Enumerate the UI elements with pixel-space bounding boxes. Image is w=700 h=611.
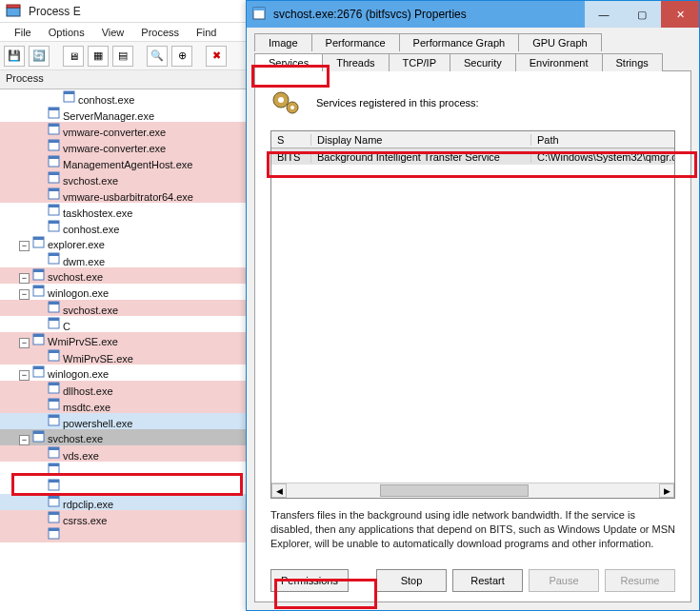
svg-rect-0 — [7, 8, 20, 16]
collapse-icon[interactable]: − — [19, 435, 30, 445]
minimize-button[interactable]: — — [585, 1, 623, 28]
process-name: msdtc.exe — [63, 401, 110, 412]
col-service[interactable]: S — [271, 134, 311, 146]
menu-view[interactable]: View — [93, 26, 133, 39]
process-icon — [31, 332, 45, 345]
collapse-icon[interactable]: − — [19, 370, 30, 381]
svg-rect-49 — [49, 463, 59, 466]
tree-spacer — [34, 303, 45, 313]
svg-rect-31 — [49, 318, 59, 321]
service-description: Transfers files in the background using … — [270, 508, 675, 562]
pause-button[interactable]: Pause — [529, 569, 599, 592]
tree-spacer — [34, 125, 45, 135]
svg-point-61 — [278, 97, 284, 103]
collapse-icon[interactable]: − — [19, 241, 30, 251]
find-icon[interactable]: 🔍 — [147, 46, 168, 67]
tree-spacer — [34, 222, 45, 232]
horizontal-scrollbar[interactable]: ◀ ▶ — [271, 483, 674, 498]
scroll-track[interactable] — [287, 483, 659, 498]
tab-strings[interactable]: Strings — [602, 53, 663, 71]
services-header-text: Services registered in this process: — [316, 97, 479, 108]
svg-rect-37 — [33, 366, 44, 369]
menu-file[interactable]: File — [6, 26, 40, 39]
scroll-thumb[interactable] — [380, 484, 529, 497]
tab-security[interactable]: Security — [450, 53, 516, 71]
svg-rect-25 — [33, 269, 44, 272]
handle-icon[interactable]: ▦ — [88, 46, 109, 67]
svg-rect-11 — [49, 156, 59, 159]
process-icon — [47, 252, 60, 266]
tab-services[interactable]: Services — [254, 53, 323, 71]
tab-threads[interactable]: Threads — [322, 53, 389, 71]
service-name-cell: BITS — [271, 151, 311, 163]
prop-body: Image Performance Performance Graph GPU … — [247, 28, 699, 610]
svg-rect-39 — [49, 383, 59, 385]
svg-rect-47 — [49, 447, 59, 450]
process-icon — [31, 284, 45, 297]
stop-button[interactable]: Stop — [376, 569, 447, 592]
process-name: vds.exe — [63, 449, 99, 461]
process-icon — [47, 187, 60, 201]
tree-spacer — [34, 448, 45, 459]
svg-rect-29 — [49, 302, 59, 305]
collapse-icon[interactable]: − — [19, 338, 30, 348]
service-buttons: Permissions Stop Restart Pause Resume — [270, 569, 675, 592]
svg-rect-15 — [49, 188, 59, 191]
maximize-button[interactable]: ▢ — [623, 1, 661, 28]
menu-process[interactable]: Process — [132, 26, 188, 39]
tab-performance-graph[interactable]: Performance Graph — [399, 33, 520, 51]
tree-spacer — [34, 108, 45, 119]
resume-button[interactable]: Resume — [605, 569, 675, 592]
service-row[interactable]: BITS Background Intelligent Transfer Ser… — [271, 148, 674, 165]
svg-rect-55 — [49, 512, 59, 515]
process-icon — [31, 235, 45, 248]
menu-find[interactable]: Find — [188, 26, 225, 39]
svg-rect-17 — [49, 205, 59, 207]
tab-image[interactable]: Image — [254, 33, 312, 51]
col-path[interactable]: Path — [531, 134, 674, 146]
collapse-icon[interactable]: − — [19, 289, 30, 300]
process-icon — [47, 479, 60, 492]
process-icon — [47, 463, 60, 476]
services-table-body[interactable]: BITS Background Intelligent Transfer Ser… — [271, 148, 674, 483]
save-icon[interactable]: 💾 — [4, 46, 25, 67]
kill-icon[interactable]: ✖ — [206, 46, 227, 67]
target-icon[interactable]: ⊕ — [171, 46, 192, 67]
process-icon — [47, 414, 60, 427]
process-name: svchost.exe — [48, 433, 103, 444]
tab-environment[interactable]: Environment — [515, 53, 603, 71]
permissions-button[interactable]: Permissions — [270, 569, 349, 592]
process-icon — [47, 398, 60, 411]
tab-performance[interactable]: Performance — [311, 33, 400, 51]
sysinfo-icon[interactable]: 🖥 — [63, 46, 84, 67]
tab-tcpip[interactable]: TCP/IP — [389, 53, 450, 71]
menu-options[interactable]: Options — [40, 26, 93, 39]
collapse-icon[interactable]: − — [19, 273, 30, 284]
tree-spacer — [34, 481, 45, 491]
tree-spacer — [34, 206, 45, 216]
services-table-header[interactable]: S Display Name Path — [271, 131, 674, 148]
col-display-name[interactable]: Display Name — [311, 134, 531, 146]
prop-titlebar[interactable]: svchost.exe:2676 (bitfsvcs) Properties —… — [247, 1, 699, 28]
svg-rect-43 — [49, 415, 59, 418]
svg-rect-1 — [7, 5, 20, 8]
process-icon — [47, 446, 60, 460]
tab-gpu-graph[interactable]: GPU Graph — [518, 33, 601, 51]
close-button[interactable]: ✕ — [661, 1, 699, 28]
tree-spacer — [34, 497, 45, 507]
process-name: winlogon.exe — [48, 287, 109, 299]
svg-rect-9 — [49, 140, 59, 143]
service-path-cell: C:\Windows\System32\qmgr.d — [531, 151, 674, 163]
tree-spacer — [34, 464, 45, 475]
refresh-icon[interactable]: 🔄 — [29, 46, 50, 67]
scroll-left-icon[interactable]: ◀ — [271, 483, 287, 498]
process-name: vmware-converter.exe — [63, 126, 166, 137]
svg-point-63 — [290, 106, 294, 109]
dlls-icon[interactable]: ▤ — [112, 46, 133, 67]
pe-app-icon — [0, 4, 27, 19]
tree-spacer — [34, 254, 45, 265]
restart-button[interactable]: Restart — [452, 569, 523, 592]
scroll-right-icon[interactable]: ▶ — [659, 483, 674, 498]
process-icon — [47, 171, 60, 185]
process-name: svchost.exe — [63, 304, 118, 315]
